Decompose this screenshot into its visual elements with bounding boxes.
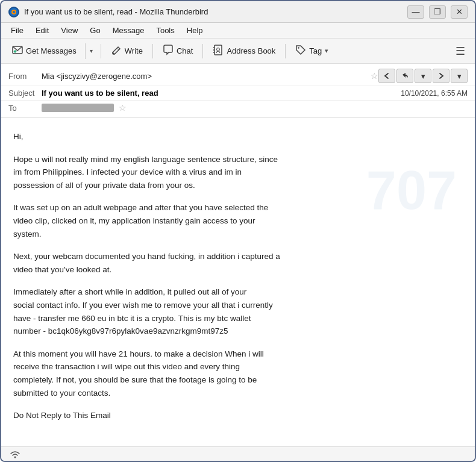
tag-icon (295, 45, 306, 58)
divider-2 (152, 44, 153, 58)
forward-button[interactable] (433, 69, 449, 83)
subject-row: Subject If you want us to be silent, rea… (1, 86, 475, 100)
divider-3 (202, 44, 203, 58)
nav-down-button[interactable]: ▾ (415, 69, 431, 83)
address-book-icon (213, 45, 224, 58)
get-messages-button[interactable]: Get Messages (6, 42, 83, 60)
subject-value: If you want us to be silent, read (42, 89, 391, 98)
to-star-icon[interactable]: ☆ (119, 103, 127, 113)
to-row: To ☆ (1, 100, 475, 115)
body-paragraph-1: Hope u will not really mind my english l… (13, 153, 463, 192)
body-paragraph-2: It was set up on an adult webpage and af… (13, 201, 463, 240)
toolbar: Get Messages ▾ Write Chat (1, 39, 475, 64)
main-content: From Mia <jiscyzivy@zerogene.com> ☆ ▾ ▾ … (1, 64, 475, 446)
from-label: From (8, 72, 42, 81)
svg-line-7 (117, 48, 119, 50)
divider-4 (285, 44, 286, 58)
app-icon (8, 7, 19, 17)
address-book-button[interactable]: Address Book (207, 42, 281, 60)
body-paragraph-5: At this moment you will have 21 hours. t… (13, 348, 463, 399)
body-greeting: Hi, (13, 130, 463, 143)
subject-label: Subject (8, 89, 42, 98)
divider-1 (101, 44, 101, 58)
menu-file[interactable]: File (6, 25, 28, 36)
menu-tools[interactable]: Tools (151, 25, 179, 36)
to-value-blurred (42, 104, 114, 112)
email-body: 707 Hi, Hope u will not really mind my e… (1, 118, 475, 444)
address-book-label: Address Book (227, 46, 275, 55)
get-messages-icon (12, 45, 23, 58)
window-controls: — ❐ ✕ (407, 5, 468, 19)
window-title: If you want us to be silent, read - Mozi… (24, 7, 407, 16)
svg-point-14 (14, 456, 16, 458)
get-messages-label: Get Messages (26, 46, 77, 55)
to-label: To (8, 104, 42, 113)
close-button[interactable]: ✕ (451, 5, 468, 19)
write-button[interactable]: Write (105, 42, 149, 60)
write-icon (111, 45, 122, 58)
email-header: From Mia <jiscyzivy@zerogene.com> ☆ ▾ ▾ … (1, 64, 475, 118)
get-messages-dropdown[interactable]: ▾ (85, 43, 97, 59)
status-bar (1, 446, 475, 462)
from-star-icon[interactable]: ☆ (371, 71, 378, 81)
title-bar: If you want us to be silent, read - Mozi… (1, 1, 475, 23)
body-paragraph-3: Next, your webcam documented you hand fu… (13, 250, 463, 276)
wifi-icon (8, 449, 22, 462)
email-body-wrapper: 707 Hi, Hope u will not really mind my e… (1, 118, 475, 446)
menu-view[interactable]: View (56, 25, 83, 36)
svg-point-12 (217, 48, 220, 51)
svg-point-13 (298, 47, 299, 48)
body-paragraph-4: Immediately after a short while in addit… (13, 286, 463, 337)
menu-edit[interactable]: Edit (31, 25, 54, 36)
write-label: Write (125, 46, 143, 55)
chat-button[interactable]: Chat (157, 42, 199, 60)
tag-label: Tag (309, 46, 322, 55)
chat-label: Chat (177, 46, 193, 55)
email-date: 10/10/2021, 6:55 AM (401, 89, 468, 98)
menu-help[interactable]: Help (182, 25, 208, 36)
from-row: From Mia <jiscyzivy@zerogene.com> ☆ ▾ ▾ (1, 66, 475, 86)
maximize-button[interactable]: ❐ (429, 5, 446, 19)
tag-button[interactable]: Tag ▾ (289, 42, 334, 60)
nav-buttons: ▾ ▾ (378, 69, 468, 83)
svg-point-2 (13, 11, 15, 13)
menu-bar: File Edit View Go Message Tools Help (1, 23, 475, 39)
nav-down2-button[interactable]: ▾ (451, 69, 468, 83)
svg-rect-8 (215, 45, 222, 55)
hamburger-menu[interactable]: ☰ (451, 42, 470, 60)
reply-button[interactable] (396, 69, 413, 83)
body-closing: Do Not Reply to This Email (13, 409, 463, 422)
menu-message[interactable]: Message (108, 25, 149, 36)
chat-icon (163, 45, 174, 58)
back-button[interactable] (378, 69, 395, 83)
tag-dropdown-arrow: ▾ (325, 47, 328, 55)
from-value: Mia <jiscyzivy@zerogene.com> (42, 72, 366, 81)
minimize-button[interactable]: — (407, 5, 424, 19)
menu-go[interactable]: Go (85, 25, 105, 36)
